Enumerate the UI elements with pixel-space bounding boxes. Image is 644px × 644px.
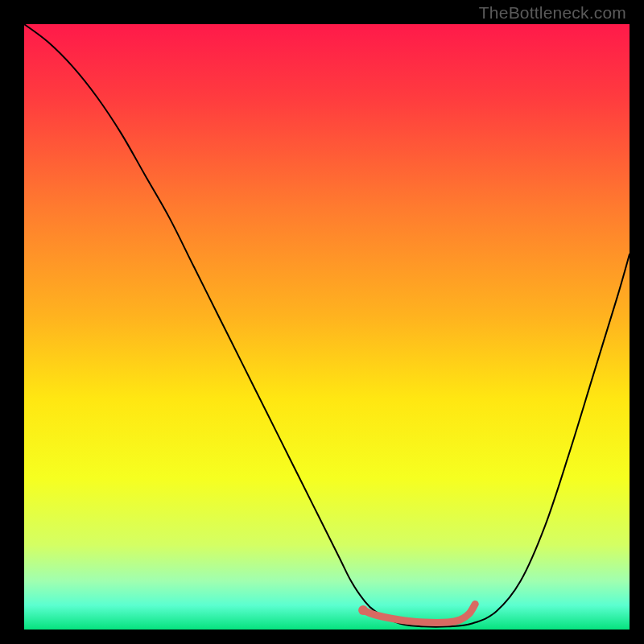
optimal-point-marker bbox=[358, 605, 368, 615]
chart-svg bbox=[24, 24, 630, 630]
attribution-text: TheBottleneck.com bbox=[479, 3, 626, 23]
chart-background bbox=[24, 24, 630, 630]
bottleneck-chart bbox=[24, 24, 630, 630]
